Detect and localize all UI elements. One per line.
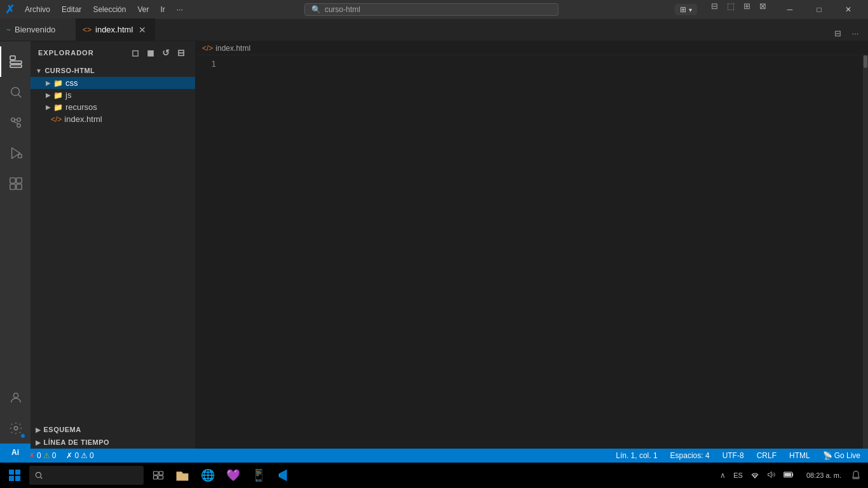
warning-count: 0 xyxy=(52,451,57,460)
status-go-live[interactable]: 📡 Go Live xyxy=(820,451,863,460)
taskbar-clock[interactable]: 08:23 a. m. xyxy=(801,471,846,479)
systray-battery[interactable] xyxy=(781,470,796,481)
status-errors[interactable]: ✗ 0 ⚠ 0 xyxy=(26,451,58,460)
tab-welcome-label: Bienvenido xyxy=(15,25,55,34)
css-label: css xyxy=(65,78,78,88)
taskbar-start-button[interactable] xyxy=(3,463,27,488)
ai-badge[interactable]: Ai xyxy=(0,444,31,461)
activity-extensions[interactable] xyxy=(0,168,31,199)
new-file-button[interactable]: ◻ xyxy=(129,46,142,59)
svg-point-16 xyxy=(13,393,18,398)
menu-archivo[interactable]: Archivo xyxy=(20,4,55,15)
more-tab-actions-button[interactable]: ··· xyxy=(848,25,863,41)
sidebar-header: EXPLORADOR ◻ ◼ ↺ ⊟ xyxy=(31,41,195,64)
tab-html-icon: <> xyxy=(83,25,92,34)
layout-icon-3[interactable]: ⊞ xyxy=(740,0,754,19)
layout-icon-2[interactable]: ⬚ xyxy=(723,0,738,19)
activity-account[interactable] xyxy=(0,383,31,413)
ai-badge-text: Ai xyxy=(11,448,19,457)
menu-more[interactable]: ··· xyxy=(172,4,188,15)
taskbar-whatsapp-icon[interactable]: 📱 xyxy=(247,463,271,488)
folder-recursos[interactable]: ▶ 📁 recursos xyxy=(31,101,195,113)
activity-settings[interactable] xyxy=(0,413,31,444)
menu-editar[interactable]: Editar xyxy=(57,4,86,15)
css-chevron-icon: ▶ xyxy=(46,79,51,86)
activity-search[interactable] xyxy=(0,77,31,107)
svg-point-5 xyxy=(11,118,15,122)
taskbar-browser-icon[interactable]: 🌐 xyxy=(196,463,220,488)
clock-time: 08:23 a. m. xyxy=(806,471,841,479)
status-port-issues[interactable]: ✗ 0 ⚠ 0 xyxy=(64,451,96,460)
svg-rect-2 xyxy=(10,65,22,67)
status-position[interactable]: Lín. 1, col. 1 xyxy=(613,451,660,460)
line-numbers: 1 xyxy=(196,55,221,449)
schema-panel-header[interactable]: ▶ ESQUEMA xyxy=(31,423,195,436)
sidebar-header-actions: ◻ ◼ ↺ ⊟ xyxy=(129,46,187,59)
systray-network[interactable] xyxy=(748,469,762,482)
close-button[interactable]: ✕ xyxy=(834,0,863,19)
tab-close-button[interactable]: ✕ xyxy=(137,24,148,36)
ai-button[interactable]: ⊞ ▾ xyxy=(675,4,697,15)
svg-rect-13 xyxy=(17,178,22,183)
status-language[interactable]: HTML xyxy=(787,451,813,460)
activity-run[interactable] xyxy=(0,138,31,168)
ai-chevron-icon: ▾ xyxy=(689,6,692,13)
activity-explorer[interactable] xyxy=(0,46,31,77)
recursos-chevron-icon: ▶ xyxy=(46,104,51,111)
search-text: curso-html xyxy=(325,5,360,14)
breadcrumb-html-icon: </> xyxy=(202,44,213,53)
project-folder-header[interactable]: ▼ CURSO-HTML xyxy=(31,64,195,77)
systray-volume[interactable] xyxy=(764,469,778,482)
status-line-ending[interactable]: CRLF xyxy=(754,451,779,460)
refresh-button[interactable]: ↺ xyxy=(159,46,172,59)
sidebar-title: EXPLORADOR xyxy=(38,49,94,57)
svg-rect-31 xyxy=(792,473,794,476)
tab-index-html[interactable]: <> index.html ✕ xyxy=(76,18,155,41)
svg-rect-19 xyxy=(15,470,20,475)
systray-keyboard[interactable]: ES xyxy=(731,470,745,481)
taskbar-vscode-taskbar-icon[interactable] xyxy=(272,463,296,488)
svg-rect-20 xyxy=(9,476,14,481)
editor-scroll-area[interactable] xyxy=(221,55,868,449)
editor-content[interactable]: 1 xyxy=(196,55,868,449)
sidebar-empty-area xyxy=(31,125,195,423)
taskbar-files-icon[interactable] xyxy=(170,463,194,488)
menu-ir[interactable]: Ir xyxy=(155,4,170,15)
taskbar-notification-button[interactable] xyxy=(846,463,865,488)
timeline-panel-header[interactable]: ▶ LÍNEA DE TIEMPO xyxy=(31,436,195,449)
taskbar-purple-icon[interactable]: 💜 xyxy=(221,463,245,488)
layout-icon-1[interactable]: ⊟ xyxy=(707,0,722,19)
taskbar-search[interactable] xyxy=(29,466,144,485)
file-index-html[interactable]: </> index.html xyxy=(31,113,195,125)
layout-icon-4[interactable]: ⊠ xyxy=(756,0,770,19)
code-content[interactable] xyxy=(221,55,868,72)
systray-expand[interactable]: ∧ xyxy=(717,470,728,481)
folder-js[interactable]: ▶ 📁 js xyxy=(31,89,195,101)
status-spaces[interactable]: Espacios: 4 xyxy=(668,451,712,460)
collapse-button[interactable]: ⊟ xyxy=(175,46,187,59)
scrollbar-vertical[interactable] xyxy=(863,55,868,449)
project-name: CURSO-HTML xyxy=(44,67,95,74)
warning-icon: ⚠ xyxy=(43,451,50,460)
title-search-box[interactable]: 🔍 curso-html xyxy=(304,3,559,16)
maximize-button[interactable]: □ xyxy=(804,0,834,19)
js-chevron-icon: ▶ xyxy=(46,92,51,98)
status-encoding[interactable]: UTF-8 xyxy=(720,451,747,460)
menu-seleccion[interactable]: Selección xyxy=(88,4,131,15)
svg-rect-18 xyxy=(9,470,14,475)
activity-source-control[interactable] xyxy=(0,107,31,138)
menu-ver[interactable]: Ver xyxy=(132,4,154,15)
minimize-button[interactable]: ─ xyxy=(775,0,804,19)
folder-css[interactable]: ▶ 📁 css xyxy=(31,77,195,89)
main-content: EXPLORADOR ◻ ◼ ↺ ⊟ ▼ CURSO-HTML ▶ 📁 css … xyxy=(0,41,868,449)
port-warning-count: 0 xyxy=(90,451,94,460)
keyboard-layout-text: ES xyxy=(733,471,743,479)
split-editor-button[interactable]: ⊟ xyxy=(830,25,845,41)
taskbar-task-view[interactable] xyxy=(146,463,170,488)
schema-chevron-icon: ▶ xyxy=(36,426,41,433)
tab-welcome[interactable]: ~ Bienvenido xyxy=(0,18,76,41)
titlebar: ✗ Archivo Editar Selección Ver Ir ··· 🔍 … xyxy=(0,0,868,19)
spaces-text: Espacios: 4 xyxy=(670,451,710,460)
new-folder-button[interactable]: ◼ xyxy=(144,46,157,59)
scrollbar-thumb[interactable] xyxy=(864,55,867,68)
